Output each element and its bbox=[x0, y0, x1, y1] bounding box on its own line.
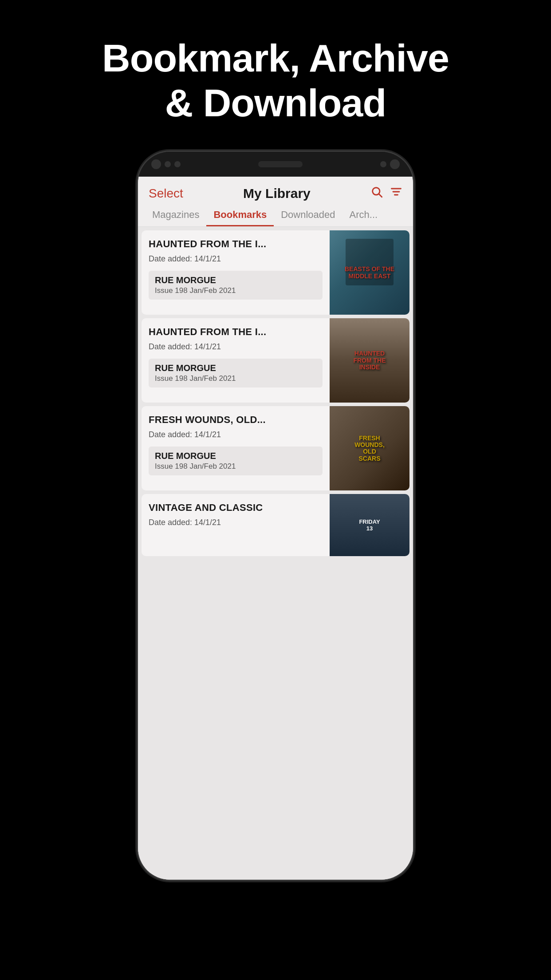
pub-name: RUE MORGUE bbox=[155, 451, 316, 461]
search-icon[interactable] bbox=[370, 186, 383, 201]
date-added: Date added: 14/1/21 bbox=[149, 518, 323, 527]
phone-speaker bbox=[258, 161, 303, 167]
card-info: HAUNTED FROM THE I... Date added: 14/1/2… bbox=[142, 318, 330, 403]
app-screen: Select My Library bbox=[138, 177, 413, 880]
hero-title: Bookmark, Archive & Download bbox=[102, 36, 449, 125]
publication-info: RUE MORGUE Issue 198 Jan/Feb 2021 bbox=[149, 271, 323, 300]
article-title: VINTAGE AND CLASSIC bbox=[149, 502, 323, 514]
publication-info: RUE MORGUE Issue 198 Jan/Feb 2021 bbox=[149, 359, 323, 387]
page-title: My Library bbox=[243, 186, 311, 201]
sensor-dot-2 bbox=[174, 161, 181, 167]
card-info: HAUNTED FROM THE I... Date added: 14/1/2… bbox=[142, 230, 330, 315]
bookmark-list: HAUNTED FROM THE I... Date added: 14/1/2… bbox=[138, 227, 413, 880]
cover-text: HAUNTEDFROM THEINSIDE bbox=[353, 350, 386, 371]
list-item[interactable]: HAUNTED FROM THE I... Date added: 14/1/2… bbox=[142, 230, 409, 315]
sensor-right bbox=[380, 161, 386, 167]
date-added: Date added: 14/1/21 bbox=[149, 254, 323, 264]
publication-info: RUE MORGUE Issue 198 Jan/Feb 2021 bbox=[149, 447, 323, 475]
issue-label: Issue 198 Jan/Feb 2021 bbox=[155, 462, 316, 471]
cover-text: FRESHWOUNDS,OLDSCARS bbox=[354, 435, 385, 462]
camera-right-lens bbox=[390, 159, 400, 169]
front-camera bbox=[151, 159, 161, 169]
list-item[interactable]: VINTAGE AND CLASSIC Date added: 14/1/21 … bbox=[142, 494, 409, 556]
list-item[interactable]: HAUNTED FROM THE I... Date added: 14/1/2… bbox=[142, 318, 409, 403]
issue-label: Issue 198 Jan/Feb 2021 bbox=[155, 286, 316, 295]
article-title: FRESH WOUNDS, OLD... bbox=[149, 414, 323, 426]
tabs-bar: Magazines Bookmarks Downloaded Arch... bbox=[138, 205, 413, 227]
filter-icon[interactable] bbox=[390, 186, 402, 201]
camera-right bbox=[380, 159, 400, 169]
tab-bookmarks[interactable]: Bookmarks bbox=[206, 205, 274, 226]
app-header: Select My Library bbox=[138, 177, 413, 205]
svg-line-1 bbox=[379, 194, 382, 197]
cover-image: Friday13 bbox=[330, 494, 409, 556]
phone-top-bar bbox=[138, 152, 413, 177]
date-added: Date added: 14/1/21 bbox=[149, 342, 323, 352]
issue-label: Issue 198 Jan/Feb 2021 bbox=[155, 374, 316, 383]
phone-mockup: Select My Library bbox=[138, 152, 413, 880]
list-item[interactable]: FRESH WOUNDS, OLD... Date added: 14/1/21… bbox=[142, 406, 409, 490]
cover-image: FRESHWOUNDS,OLDSCARS bbox=[330, 406, 409, 490]
header-actions bbox=[370, 186, 402, 201]
pub-name: RUE MORGUE bbox=[155, 275, 316, 285]
tab-magazines[interactable]: Magazines bbox=[145, 205, 206, 226]
card-info: FRESH WOUNDS, OLD... Date added: 14/1/21… bbox=[142, 406, 330, 490]
tab-archived[interactable]: Arch... bbox=[342, 205, 385, 226]
article-title: HAUNTED FROM THE I... bbox=[149, 326, 323, 338]
pub-name: RUE MORGUE bbox=[155, 363, 316, 373]
cover-image: BEASTS OF THEMIDDLE EAST bbox=[330, 230, 409, 315]
date-added: Date added: 14/1/21 bbox=[149, 430, 323, 439]
article-title: HAUNTED FROM THE I... bbox=[149, 238, 323, 250]
cover-image: HAUNTEDFROM THEINSIDE bbox=[330, 318, 409, 403]
cover-text: BEASTS OF THEMIDDLE EAST bbox=[345, 265, 394, 281]
camera-cluster bbox=[151, 159, 181, 169]
card-info: VINTAGE AND CLASSIC Date added: 14/1/21 bbox=[142, 494, 330, 556]
sensor-dot bbox=[165, 161, 171, 167]
select-button[interactable]: Select bbox=[149, 186, 183, 201]
cover-text: Friday13 bbox=[359, 518, 380, 532]
tab-downloaded[interactable]: Downloaded bbox=[274, 205, 342, 226]
